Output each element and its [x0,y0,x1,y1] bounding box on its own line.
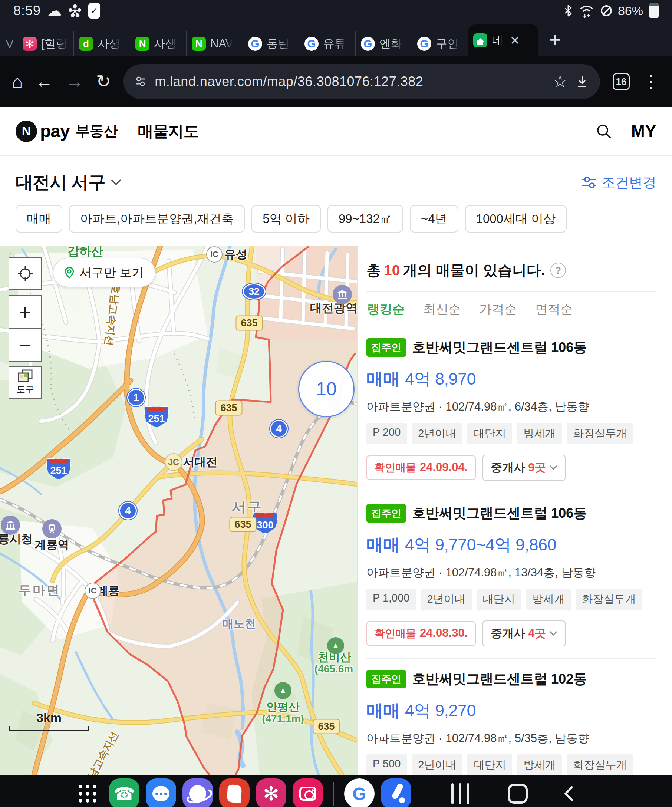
map-view[interactable]: 갑하산(468.7m)유성대전광역시서대전서구계룡시청계룡역두마면계룡매노천천비… [0,246,357,775]
tab-title: 사생 [98,36,121,51]
filter-chip[interactable]: 1000세대 이상 [465,205,567,232]
filter-chip[interactable]: 아파트,아파트분양권,재건축 [69,205,245,232]
browser-tab[interactable]: N사생 [130,31,186,56]
pay-wordmark[interactable]: pay [40,121,70,141]
listing-cluster-marker[interactable]: 10 [298,361,355,417]
menu-kebab-icon[interactable]: ⋮ [642,73,660,90]
site-settings-icon[interactable] [134,76,146,88]
zoom-controls: + − [8,295,42,362]
listing-price: 4억 9,270 [405,701,476,720]
filter-chip[interactable]: 매매 [16,205,62,232]
junction-icon: JC [165,453,183,471]
dgreen-favicon-icon: d [79,37,93,51]
listing-tag: P 500 [367,754,407,775]
listing-item[interactable]: 집주인호반써밋그랜드센트럴 106동매매4억 9,770~4억 9,860아파트… [367,493,657,658]
chevron-down-icon[interactable] [111,179,122,186]
naver-logo[interactable]: N [16,121,37,142]
result-summary: 총 10 개의 매물이 있습니다. ? [367,246,657,281]
listing-tag: 방세개 [517,423,562,444]
zoom-out-button[interactable]: − [9,329,41,361]
main-content: 갑하산(468.7m)유성대전광역시서대전서구계룡시청계룡역두마면계룡매노천천비… [0,246,672,775]
current-location-button[interactable] [8,257,42,290]
red-app-icon[interactable] [219,779,250,807]
tab-title: NAV [210,37,233,50]
city-hall-icon [333,285,352,304]
my-menu[interactable]: MY [631,122,656,141]
tab-close-icon[interactable]: ✕ [510,33,520,48]
active-browser-tab[interactable]: 네✕ [468,25,539,56]
filter-change-button[interactable]: 조건변경 [581,173,656,192]
url-text[interactable]: m.land.naver.com/map/36.3081076:127.382 [155,74,544,90]
browser-toolbar: ⌂ ← → ↻ m.land.naver.com/map/36.3081076:… [0,56,672,107]
filter-chip[interactable]: 5억 이하 [251,205,321,232]
gallery-flower-app-icon[interactable]: ✻ [256,779,286,807]
navigation-keys [451,783,672,804]
map-label: 계룡시청 [0,531,33,547]
browser-tab[interactable]: G유튜 [299,31,355,56]
back-key[interactable] [564,786,580,802]
download-icon[interactable] [576,74,589,89]
agent-count-dropdown[interactable]: 중개사4곳 [483,621,565,646]
blue-slash-app-icon[interactable] [381,779,411,807]
zoom-in-button[interactable]: + [9,296,41,329]
apps-grid-icon[interactable] [72,779,103,807]
owner-badge: 집주인 [367,338,406,357]
url-bar[interactable]: m.land.naver.com/map/36.3081076:127.382 … [123,64,600,99]
new-tab-button[interactable]: + [539,28,572,56]
home-icon[interactable]: ⌂ [12,73,23,90]
listing-price: 4억 9,770~4억 9,860 [405,535,556,554]
sort-option[interactable]: 랭킹순 [367,301,414,318]
route-shield-oval: 32 [242,283,265,300]
partial-tab[interactable]: V [2,38,17,56]
camera-app-icon[interactable] [293,779,323,807]
listing-item[interactable]: 집주인호반써밋그랜드센트럴 106동매매4억 8,970아파트분양권 · 102… [367,327,657,493]
map-tools-button[interactable]: 도구 [8,366,42,399]
browser-tab[interactable]: G동탄 [242,31,299,56]
help-icon[interactable]: ? [550,262,566,278]
tab-list: ✻[힐링d사생N사생NNAVG동탄G유튜G엔화G구인네✕ [17,25,539,56]
browser-tab[interactable]: G엔화 [355,31,411,56]
bluetooth-icon [564,5,572,17]
map-label: (471.1m) [262,713,304,725]
map-label: 유성 [224,247,247,262]
sort-option[interactable]: 최신순 [414,301,470,318]
browser-tab[interactable]: d사생 [73,31,130,56]
filter-change-label: 조건변경 [602,173,656,192]
phone-app-icon[interactable]: ☎ [109,779,139,807]
listing-item[interactable]: 집주인호반써밋그랜드센트럴 102동매매4억 9,270아파트분양권 · 102… [367,658,657,775]
city-hall-icon [1,515,20,535]
google-favicon-icon: G [417,37,431,51]
browser-tab[interactable]: ✻[힐링 [17,31,73,56]
filter-chip[interactable]: ~4년 [410,205,458,232]
smartthings-hub-icon [68,4,81,17]
sort-option[interactable]: 면적순 [526,301,582,318]
search-icon[interactable] [596,123,612,139]
home-key[interactable] [508,784,528,804]
tab-count-button[interactable]: 16 [613,73,630,90]
listing-info: 아파트분양권 · 102/74.98㎡, 5/35층, 남동향 [367,731,657,746]
sort-option[interactable]: 가격순 [470,301,526,318]
listing-tag: 방세개 [526,589,571,610]
agent-count-dropdown[interactable]: 중개사9곳 [483,455,565,481]
bookmark-star-icon[interactable]: ☆ [553,73,567,90]
samsung-internet-app-icon[interactable] [183,779,213,807]
realestate-label[interactable]: 부동산 [76,122,118,141]
chevron-down-icon [549,465,558,470]
district-only-button[interactable]: 서구만 보기 [53,258,155,287]
listing-info: 아파트분양권 · 102/74.98㎡, 13/34층, 남동향 [367,565,657,580]
back-icon[interactable]: ← [35,73,53,90]
google-app-icon[interactable]: G [344,779,375,807]
checklist-notification-icon: ✓ [88,3,100,18]
forward-icon[interactable]: → [66,73,83,90]
messages-app-icon[interactable] [146,779,176,807]
browser-tab[interactable]: NNAV [186,31,242,56]
listing-tag: P 1,000 [367,589,416,610]
browser-tab[interactable]: G구인 [411,31,468,56]
owner-badge: 집주인 [367,504,406,523]
filter-chip[interactable]: 99~132㎡ [327,205,403,232]
recents-key[interactable] [451,783,469,804]
listing-info: 아파트분양권 · 102/74.98㎡, 6/34층, 남동향 [367,399,657,415]
reload-icon[interactable]: ↻ [96,73,111,90]
trade-type: 매매 [367,369,400,388]
region-selector[interactable]: 대전시 서구 [16,171,105,194]
